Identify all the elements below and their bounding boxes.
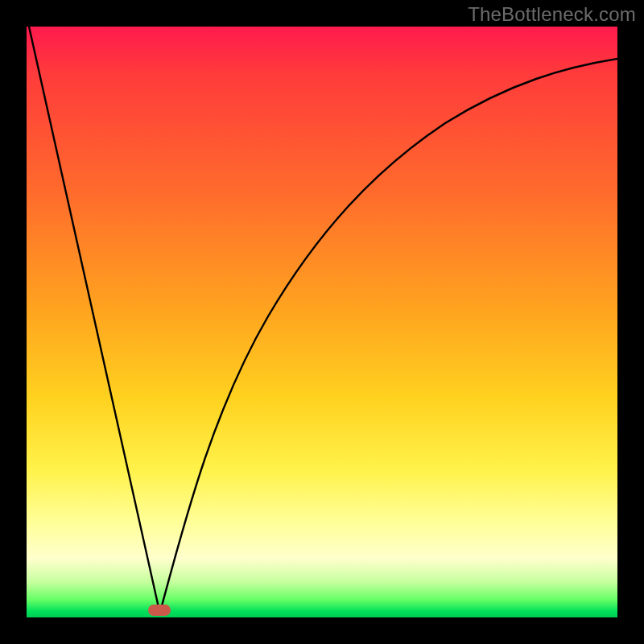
chart-frame: TheBottleneck.com — [0, 0, 644, 644]
curve-right — [160, 59, 617, 612]
watermark-text: TheBottleneck.com — [468, 3, 636, 26]
curve-left — [29, 27, 159, 611]
bottleneck-marker — [148, 605, 171, 616]
plot-area — [27, 27, 617, 617]
bottleneck-curve — [27, 27, 617, 617]
